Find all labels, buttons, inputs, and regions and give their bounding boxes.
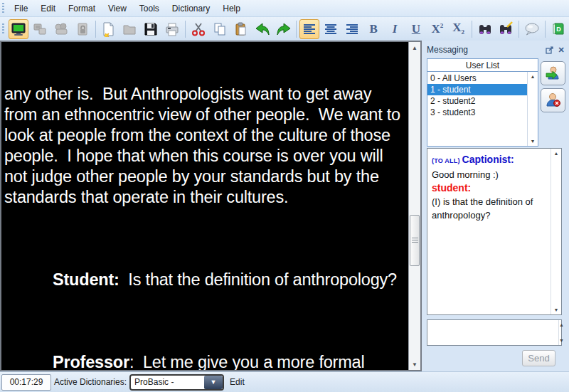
- toolbar: B I U X2 X2 D: [0, 17, 569, 41]
- send-button[interactable]: Send: [522, 350, 555, 366]
- bold-icon: B: [369, 23, 377, 35]
- engines-icon: [53, 21, 69, 37]
- paste-icon: [233, 21, 249, 37]
- menu-format[interactable]: Format: [62, 1, 102, 16]
- user-list-header: User List: [427, 59, 538, 72]
- find-button[interactable]: [475, 19, 495, 39]
- undo-button[interactable]: [252, 19, 272, 39]
- remote-display-button[interactable]: [9, 19, 28, 39]
- toolbar-grip: [2, 3, 4, 14]
- dictionary-button[interactable]: D: [548, 19, 568, 39]
- chat-messages: (TO ALL)Captionist: Good morning :) stud…: [427, 149, 551, 314]
- menu-file[interactable]: File: [8, 1, 34, 16]
- align-center-button[interactable]: [321, 19, 341, 39]
- remove-user-button[interactable]: [541, 88, 565, 112]
- scroll-down-icon[interactable]: ▼: [531, 139, 536, 144]
- save-button[interactable]: [141, 19, 161, 39]
- speaker-student: Student:: [53, 270, 119, 289]
- caption-paragraph-student: Student: Is that the definition of anthr…: [4, 270, 408, 290]
- active-dictionaries-label: Active Dictionaries:: [54, 377, 127, 387]
- subscript-button[interactable]: X2: [449, 19, 469, 39]
- svg-text:D: D: [556, 25, 561, 32]
- redo-icon: [275, 21, 292, 37]
- cut-button[interactable]: [188, 19, 208, 39]
- scroll-down-icon[interactable]: ▼: [409, 359, 420, 370]
- align-left-button[interactable]: [299, 19, 319, 39]
- chat-scope: (TO ALL): [432, 157, 460, 164]
- chat-balloon-button[interactable]: [522, 19, 542, 39]
- caption-scrollbar-thumb[interactable]: [410, 215, 420, 266]
- toolbar-separator: [296, 21, 297, 38]
- menu-view[interactable]: View: [102, 1, 133, 16]
- send-to-user-icon: [544, 64, 563, 83]
- close-icon[interactable]: ✕: [555, 45, 567, 55]
- paste-button[interactable]: [231, 19, 251, 39]
- chevron-down-icon[interactable]: ▼: [204, 376, 223, 389]
- messaging-title: Messaging: [427, 45, 544, 55]
- scroll-down-icon[interactable]: ▼: [554, 307, 559, 312]
- float-panel-icon[interactable]: [544, 45, 555, 55]
- find-replace-binoculars-icon: [497, 21, 514, 37]
- dictionary-book-icon: D: [551, 21, 566, 37]
- edit-dictionary-link[interactable]: Edit: [230, 377, 245, 387]
- chat-message-text: (I) is that the definition of anthropolo…: [432, 195, 549, 222]
- toolbar-separator: [95, 21, 96, 38]
- scroll-up-icon[interactable]: ▲: [531, 74, 536, 79]
- scroll-up-icon[interactable]: ▲: [409, 42, 420, 53]
- secure-file-button[interactable]: [73, 19, 92, 39]
- chat-scrollbar[interactable]: ▲ ▼: [551, 149, 561, 314]
- user-item-all-users[interactable]: 0 - All Users: [427, 73, 527, 84]
- user-item-student3[interactable]: 3 - student3: [427, 107, 527, 118]
- menu-edit[interactable]: Edit: [34, 1, 62, 16]
- scroll-down-icon[interactable]: ▼: [559, 338, 564, 343]
- save-icon: [143, 21, 159, 37]
- find-binoculars-icon: [477, 21, 494, 37]
- user-item-student[interactable]: 1 - student: [427, 84, 527, 95]
- copy-button[interactable]: [210, 19, 230, 39]
- caption-paragraph: any other is. But Anthropologists want t…: [4, 84, 408, 208]
- remote-display-icon: [11, 21, 26, 37]
- caption-display-panel: any other is. But Anthropologists want t…: [0, 41, 422, 371]
- new-file-icon: [100, 21, 116, 37]
- session-timer: 00:17:29: [1, 374, 51, 391]
- underline-icon: U: [412, 23, 420, 35]
- open-folder-button[interactable]: [119, 19, 139, 39]
- user-list-scrollbar[interactable]: ▲ ▼: [527, 72, 538, 146]
- undo-icon: [254, 21, 271, 37]
- message-input[interactable]: [427, 320, 558, 345]
- user-list: 0 - All Users 1 - student 2 - student2 3…: [427, 72, 527, 146]
- menu-help[interactable]: Help: [216, 1, 247, 16]
- caption-scrollbar[interactable]: ▲ ▼: [408, 42, 420, 370]
- menu-dictionary[interactable]: Dictionary: [166, 1, 216, 16]
- message-input-box: ▲ ▼: [427, 319, 562, 346]
- scroll-up-icon[interactable]: ▲: [559, 322, 564, 327]
- dictionary-combobox-value: ProBasic -: [131, 377, 204, 387]
- bold-button[interactable]: B: [363, 19, 383, 39]
- caption-paragraph-professor: Professor: Let me give you a more formal…: [4, 352, 408, 370]
- new-file-button[interactable]: [99, 19, 119, 39]
- engines-button[interactable]: [51, 19, 71, 39]
- underline-button[interactable]: U: [406, 19, 426, 39]
- toolbar-grip: [2, 23, 4, 35]
- user-item-student2[interactable]: 2 - student2: [427, 95, 527, 107]
- find-replace-button[interactable]: [496, 19, 516, 39]
- menu-tools[interactable]: Tools: [133, 1, 166, 16]
- print-icon: [164, 21, 180, 37]
- scroll-up-icon[interactable]: ▲: [554, 151, 559, 156]
- print-button[interactable]: [162, 19, 182, 39]
- align-right-icon: [344, 21, 360, 37]
- italic-button[interactable]: I: [385, 19, 405, 39]
- superscript-button[interactable]: X2: [427, 19, 447, 39]
- scrollbar-grip: [412, 238, 418, 243]
- chat-balloon-icon: [523, 21, 541, 37]
- redo-button[interactable]: [274, 19, 294, 39]
- chat-sender-captionist: Captionist:: [462, 154, 514, 165]
- send-to-user-button[interactable]: [541, 61, 565, 85]
- input-scrollbar[interactable]: ▲ ▼: [558, 320, 564, 345]
- dictionary-combobox[interactable]: ProBasic - ▼: [129, 374, 224, 391]
- user-list-box: User List 0 - All Users 1 - student 2 - …: [427, 58, 538, 147]
- align-right-button[interactable]: [342, 19, 362, 39]
- secure-file-icon: [75, 21, 90, 37]
- connect-session-button[interactable]: [30, 19, 50, 39]
- caption-text-area[interactable]: any other is. But Anthropologists want t…: [1, 42, 408, 370]
